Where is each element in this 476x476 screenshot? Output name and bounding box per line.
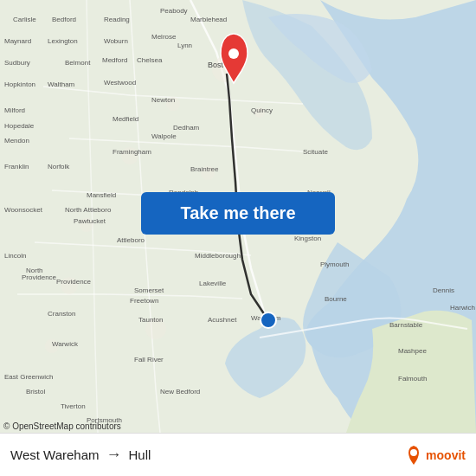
origin-label: West Wareham: [10, 447, 100, 462]
take-me-there-button[interactable]: Take me there: [141, 192, 335, 235]
destination-label: Hull: [129, 447, 151, 462]
svg-text:Bristol: Bristol: [26, 388, 45, 396]
svg-text:Maynard: Maynard: [4, 37, 31, 45]
moovit-logo: moovit: [405, 444, 466, 466]
svg-text:Medford: Medford: [102, 56, 127, 64]
svg-text:Mendon: Mendon: [4, 137, 29, 145]
svg-text:Mashpee: Mashpee: [398, 347, 427, 355]
svg-text:Scituate: Scituate: [303, 148, 328, 156]
moovit-brand-text: moovit: [426, 448, 466, 462]
svg-text:Falmouth: Falmouth: [398, 375, 427, 383]
svg-text:Waltham: Waltham: [48, 80, 75, 88]
svg-text:Dedham: Dedham: [173, 124, 200, 132]
svg-text:Marblehead: Marblehead: [190, 16, 227, 23]
moovit-pin-icon: [405, 444, 422, 466]
svg-text:Peabody: Peabody: [160, 7, 188, 15]
svg-text:Cranston: Cranston: [48, 310, 75, 318]
svg-text:New Bedford: New Bedford: [160, 388, 200, 396]
svg-text:Middleborough: Middleborough: [195, 252, 241, 260]
svg-text:Melrose: Melrose: [151, 33, 177, 41]
svg-text:Quincy: Quincy: [251, 106, 273, 114]
svg-text:Kingston: Kingston: [294, 235, 321, 242]
svg-point-78: [228, 48, 239, 59]
svg-text:Providence: Providence: [22, 273, 57, 281]
bottom-bar: West Wareham → Hull moovit: [0, 433, 476, 476]
svg-text:Belmont: Belmont: [65, 59, 91, 67]
svg-text:Barnstable: Barnstable: [389, 321, 423, 329]
map-container: Boston Newton Quincy Framingham Braintre…: [0, 0, 476, 433]
svg-text:Lincoln: Lincoln: [4, 252, 26, 260]
svg-text:Chelsea: Chelsea: [137, 56, 163, 64]
svg-text:Taunton: Taunton: [138, 316, 163, 324]
svg-text:Woonsocket: Woonsocket: [4, 206, 43, 214]
route-info: West Wareham → Hull: [10, 446, 151, 464]
svg-text:Sudbury: Sudbury: [4, 59, 30, 67]
svg-text:Lexington: Lexington: [48, 37, 78, 45]
svg-text:Pawtucket: Pawtucket: [74, 217, 106, 225]
svg-text:Providence: Providence: [56, 278, 92, 286]
svg-text:East Greenwich: East Greenwich: [4, 373, 53, 381]
svg-text:Fall River: Fall River: [134, 356, 164, 363]
svg-text:Hopedale: Hopedale: [4, 122, 35, 130]
svg-text:Somerset: Somerset: [134, 286, 164, 294]
svg-text:Woburn: Woburn: [104, 37, 128, 45]
svg-point-77: [261, 312, 276, 328]
svg-text:Attleboro: Attleboro: [117, 236, 145, 244]
svg-point-79: [410, 449, 417, 456]
svg-text:Norfolk: Norfolk: [48, 163, 70, 170]
svg-text:Plymouth: Plymouth: [320, 261, 349, 268]
svg-text:North Attleboro: North Attleboro: [65, 206, 112, 214]
svg-text:Warwick: Warwick: [52, 340, 79, 348]
map-attribution: © OpenStreetMap contributors: [3, 421, 121, 431]
svg-text:Mansfield: Mansfield: [87, 191, 116, 199]
svg-text:Dennis: Dennis: [433, 286, 454, 294]
svg-text:Harwich: Harwich: [450, 304, 475, 312]
svg-text:Lakeville: Lakeville: [199, 280, 227, 287]
svg-text:Lynn: Lynn: [177, 42, 192, 49]
svg-text:Walpole: Walpole: [151, 132, 177, 140]
svg-text:Tiverton: Tiverton: [61, 402, 86, 410]
arrow-icon: →: [106, 446, 122, 464]
svg-text:Hopkinton: Hopkinton: [4, 80, 35, 88]
svg-text:Newton: Newton: [151, 96, 175, 104]
svg-text:Freetown: Freetown: [130, 297, 158, 305]
svg-text:Braintree: Braintree: [190, 165, 219, 173]
svg-text:Bourne: Bourne: [325, 295, 347, 303]
svg-text:Carlisle: Carlisle: [13, 16, 36, 23]
svg-text:Reading: Reading: [104, 16, 130, 23]
svg-text:Milford: Milford: [4, 106, 25, 114]
svg-text:Medfield: Medfield: [113, 115, 138, 123]
svg-text:Westwood: Westwood: [104, 79, 136, 87]
svg-text:Franklin: Franklin: [4, 163, 29, 170]
svg-text:Acushnet: Acushnet: [208, 316, 237, 324]
svg-text:Framingham: Framingham: [113, 148, 151, 156]
svg-text:Bedford: Bedford: [52, 16, 76, 23]
